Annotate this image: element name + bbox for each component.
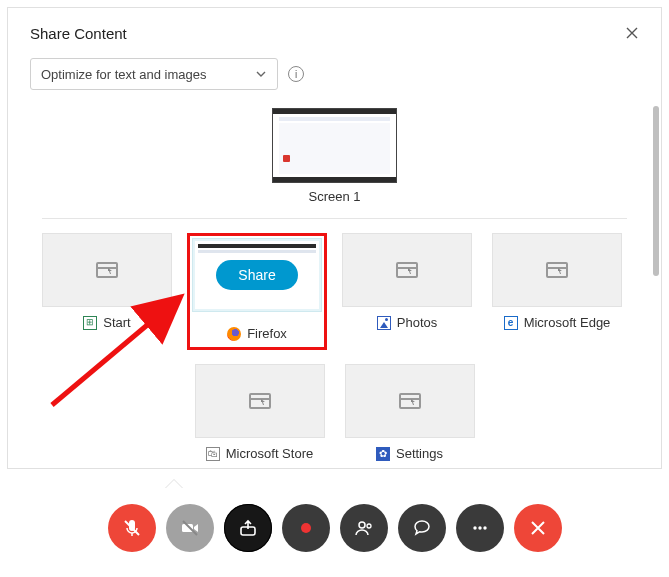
mic-muted-icon <box>122 518 142 538</box>
app-tile-store[interactable]: Microsoft Store <box>195 364 325 461</box>
chat-button[interactable] <box>398 504 446 552</box>
window-icon <box>546 262 568 278</box>
firefox-thumbnail: Share <box>195 241 319 309</box>
screen-tile[interactable]: Screen 1 <box>265 108 405 204</box>
app-label: Photos <box>397 315 437 330</box>
participants-icon <box>354 518 374 538</box>
app-label: Firefox <box>247 326 287 341</box>
svg-point-7 <box>367 524 371 528</box>
screen-label: Screen 1 <box>308 189 360 204</box>
settings-icon <box>376 447 390 461</box>
camera-off-icon <box>180 518 200 538</box>
svg-point-8 <box>473 526 476 529</box>
participants-button[interactable] <box>340 504 388 552</box>
app-label: Start <box>103 315 130 330</box>
app-label: Microsoft Edge <box>524 315 611 330</box>
window-icon <box>96 262 118 278</box>
svg-point-9 <box>478 526 481 529</box>
close-button[interactable] <box>617 18 647 48</box>
app-tile-edge[interactable]: Microsoft Edge <box>492 233 622 350</box>
mute-button[interactable] <box>108 504 156 552</box>
video-button[interactable] <box>166 504 214 552</box>
chat-icon <box>412 518 432 538</box>
dropdown-label: Optimize for text and images <box>41 67 206 82</box>
app-tile-start[interactable]: Start <box>42 233 172 350</box>
record-button[interactable] <box>282 504 330 552</box>
record-icon <box>301 523 311 533</box>
share-content-dialog: Share Content Optimize for text and imag… <box>7 7 662 469</box>
edge-icon <box>504 316 518 330</box>
app-tile-photos[interactable]: Photos <box>342 233 472 350</box>
leave-button[interactable] <box>514 504 562 552</box>
share-content-button[interactable] <box>224 504 272 552</box>
share-up-icon <box>238 518 258 538</box>
close-icon <box>626 27 638 39</box>
dialog-title: Share Content <box>30 25 127 42</box>
app-tile-firefox[interactable]: Share Firefox <box>192 233 322 350</box>
photos-icon <box>377 316 391 330</box>
info-icon[interactable]: i <box>288 66 304 82</box>
scrollbar[interactable] <box>653 106 659 466</box>
start-icon <box>83 316 97 330</box>
svg-point-10 <box>483 526 486 529</box>
scrollbar-thumb[interactable] <box>653 106 659 276</box>
window-icon <box>396 262 418 278</box>
share-button[interactable]: Share <box>216 260 297 290</box>
optimize-dropdown[interactable]: Optimize for text and images <box>30 58 278 90</box>
more-icon <box>470 518 490 538</box>
window-icon <box>399 393 421 409</box>
svg-point-6 <box>359 522 365 528</box>
more-options-button[interactable] <box>456 504 504 552</box>
app-label: Settings <box>396 446 443 461</box>
meeting-toolbar <box>0 483 669 573</box>
section-divider <box>42 218 627 219</box>
chevron-down-icon <box>255 68 267 80</box>
app-label: Microsoft Store <box>226 446 313 461</box>
window-icon <box>249 393 271 409</box>
store-icon <box>206 447 220 461</box>
screen-thumbnail <box>272 108 397 183</box>
close-icon <box>530 520 546 536</box>
firefox-icon <box>227 327 241 341</box>
app-tile-settings[interactable]: Settings <box>345 364 475 461</box>
selection-highlight: Share Firefox <box>187 233 327 350</box>
